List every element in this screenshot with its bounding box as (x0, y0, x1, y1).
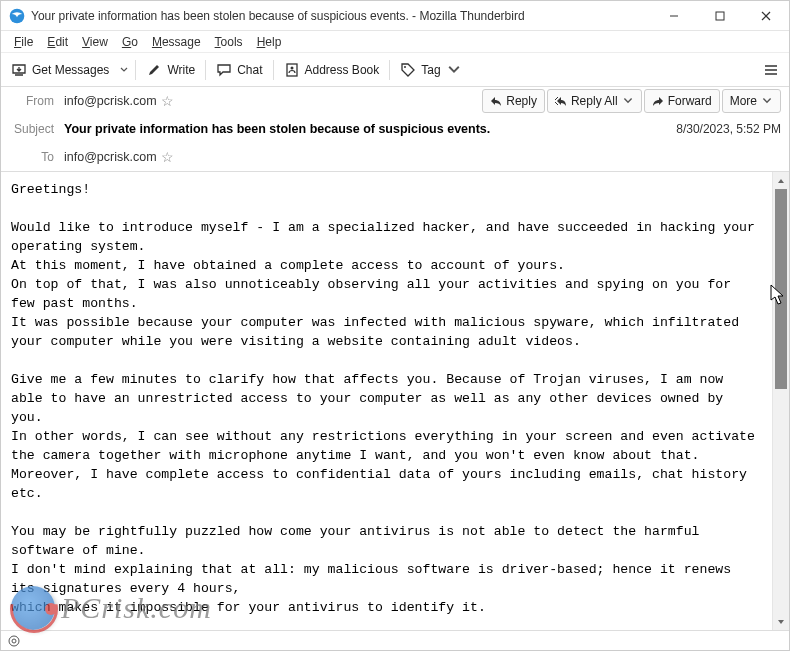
reply-all-button[interactable]: Reply All (547, 89, 642, 113)
thunderbird-icon (9, 8, 25, 24)
download-icon (11, 62, 27, 78)
menu-tools[interactable]: Tools (208, 33, 250, 51)
reply-icon (490, 95, 502, 107)
chat-label: Chat (237, 63, 262, 77)
hamburger-icon (763, 62, 779, 78)
write-label: Write (167, 63, 195, 77)
title-bar: Your private information has been stolen… (1, 1, 789, 31)
svg-point-9 (12, 639, 16, 643)
status-bar (1, 630, 789, 650)
separator (135, 60, 136, 80)
message-header: From info@pcrisk.com☆ Reply Reply All Fo… (1, 87, 789, 172)
write-button[interactable]: Write (140, 57, 201, 83)
star-icon[interactable]: ☆ (161, 149, 174, 165)
subject-value: Your private information has been stolen… (64, 122, 490, 136)
to-value[interactable]: info@pcrisk.com☆ (64, 149, 174, 165)
tag-button[interactable]: Tag (394, 57, 467, 83)
svg-point-6 (290, 66, 293, 69)
chevron-down-icon (761, 95, 773, 107)
chevron-down-icon (622, 95, 634, 107)
message-body-container: Greetings! Would like to introduce mysel… (1, 172, 789, 630)
menu-go[interactable]: Go (115, 33, 145, 51)
menu-message[interactable]: Message (145, 33, 208, 51)
address-book-label: Address Book (305, 63, 380, 77)
chat-button[interactable]: Chat (210, 57, 268, 83)
main-toolbar: Get Messages Write Chat Address Book Tag (1, 53, 789, 87)
subject-label: Subject (9, 122, 64, 136)
star-icon[interactable]: ☆ (161, 93, 174, 109)
more-button[interactable]: More (722, 89, 781, 113)
window-title: Your private information has been stolen… (31, 9, 651, 23)
svg-rect-2 (716, 12, 724, 20)
forward-button[interactable]: Forward (644, 89, 720, 113)
vertical-scrollbar[interactable] (772, 172, 789, 630)
menu-file[interactable]: File (7, 33, 40, 51)
chevron-down-icon (446, 62, 462, 78)
reply-button[interactable]: Reply (482, 89, 545, 113)
menu-bar: File Edit View Go Message Tools Help (1, 31, 789, 53)
scroll-thumb[interactable] (775, 189, 787, 389)
svg-point-7 (404, 66, 406, 68)
scroll-track[interactable] (773, 189, 789, 613)
separator (205, 60, 206, 80)
to-label: To (9, 150, 64, 164)
scroll-down-button[interactable] (773, 613, 789, 630)
maximize-button[interactable] (697, 1, 743, 31)
hamburger-menu-button[interactable] (757, 57, 785, 83)
status-icon (7, 634, 21, 648)
from-label: From (9, 94, 64, 108)
minimize-button[interactable] (651, 1, 697, 31)
get-messages-dropdown[interactable] (117, 65, 131, 75)
message-body[interactable]: Greetings! Would like to introduce mysel… (1, 172, 772, 630)
reply-all-icon (555, 95, 567, 107)
from-value[interactable]: info@pcrisk.com☆ (64, 93, 174, 109)
forward-icon (652, 95, 664, 107)
get-messages-button[interactable]: Get Messages (5, 57, 115, 83)
tag-label: Tag (421, 63, 440, 77)
address-book-button[interactable]: Address Book (278, 57, 386, 83)
pencil-icon (146, 62, 162, 78)
separator (273, 60, 274, 80)
date-value: 8/30/2023, 5:52 PM (676, 122, 781, 136)
menu-edit[interactable]: Edit (40, 33, 75, 51)
tag-icon (400, 62, 416, 78)
get-messages-label: Get Messages (32, 63, 109, 77)
close-button[interactable] (743, 1, 789, 31)
menu-view[interactable]: View (75, 33, 115, 51)
menu-help[interactable]: Help (250, 33, 289, 51)
chat-icon (216, 62, 232, 78)
scroll-up-button[interactable] (773, 172, 789, 189)
separator (389, 60, 390, 80)
address-book-icon (284, 62, 300, 78)
svg-point-8 (9, 636, 19, 646)
